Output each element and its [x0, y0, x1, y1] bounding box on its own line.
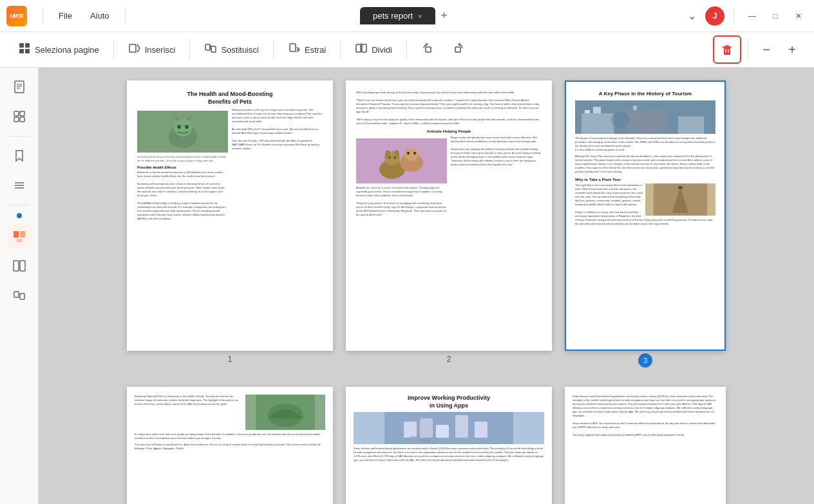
- page1-cat-image: [137, 111, 228, 153]
- trash-icon: [720, 42, 734, 57]
- toolbar-thumbnail-view[interactable]: Seleziona pagine: [10, 38, 107, 62]
- maximize-button[interactable]: □: [766, 7, 784, 25]
- minimize-button[interactable]: —: [743, 7, 761, 25]
- sidebar-layers-icon[interactable]: [6, 173, 32, 198]
- menu-file[interactable]: File: [52, 8, 79, 23]
- zoom-out-button[interactable]: −: [755, 38, 778, 61]
- page-2-container: NIH is funding large-scale surveys to fi…: [346, 80, 552, 364]
- page2-right-col: Berger works with people who have cancer…: [451, 136, 542, 217]
- sidebar-blue-dot: [17, 213, 22, 218]
- svg-rect-71: [455, 415, 468, 438]
- titlebar-right: ⌄ J — □ ✕: [684, 6, 808, 26]
- page-1[interactable]: The Health and Mood-BoostingBenefits of …: [127, 80, 333, 351]
- svg-point-74: [421, 438, 431, 443]
- page2-dog-image: [356, 138, 447, 183]
- page2-left-text: Animals can serve as a source of comfort…: [356, 186, 447, 217]
- svg-marker-42: [174, 115, 179, 120]
- toolbar-sep-5: [406, 39, 407, 60]
- page-3[interactable]: A Key Phase in the History of Tourism: [565, 80, 726, 351]
- page2-num-container: 2: [346, 355, 552, 364]
- content-area: The Health and Mood-BoostingBenefits of …: [39, 68, 814, 504]
- sidebar-document-icon[interactable]: [6, 74, 32, 100]
- svg-rect-26: [14, 117, 19, 122]
- extract-icon: [288, 42, 301, 58]
- toolbar-replace[interactable]: Sostituisci: [196, 38, 267, 62]
- page2-subtitle: Animals Helping People: [356, 129, 542, 133]
- svg-rect-14: [426, 47, 431, 52]
- close-button[interactable]: ✕: [790, 7, 808, 25]
- page1-caption: Scientists are looking at what the poten…: [137, 155, 228, 162]
- page3-body: The royal land is the most sought after …: [575, 183, 715, 226]
- svg-rect-16: [724, 48, 730, 55]
- extract-label: Estrai: [305, 45, 326, 55]
- page-6-container: Smart devices and Internet-based applica…: [565, 387, 726, 504]
- page1-title: The Health and Mood-BoostingBenefits of …: [137, 91, 323, 106]
- svg-rect-31: [14, 231, 19, 238]
- page1-health-text: Research on human-animal interactions is…: [137, 171, 228, 221]
- toolbar-split[interactable]: Dividi: [347, 38, 400, 62]
- svg-rect-58: [627, 110, 665, 134]
- insert-icon: [128, 42, 141, 58]
- page-1-container: The Health and Mood-BoostingBenefits of …: [127, 80, 333, 364]
- page-2[interactable]: NIH is funding large-scale surveys to fi…: [346, 80, 552, 351]
- page1-right-col: Nothing compares to the joy of coming ho…: [232, 108, 323, 220]
- split-icon: [355, 42, 368, 58]
- rotate-right-icon: [452, 42, 465, 58]
- page-6[interactable]: Smart devices and Internet-based applica…: [565, 387, 726, 504]
- sidebar-bookmark-icon[interactable]: [6, 143, 32, 169]
- titlebar: UPDF File Aiuto pets report × + ⌄ J — □ …: [0, 0, 814, 32]
- page1-right-text: Nothing compares to the joy of coming ho…: [232, 108, 323, 151]
- page6-bottom-text: Since variation in APP use existed acros…: [573, 422, 718, 437]
- page2-body: Animals can serve as a source of comfort…: [356, 136, 542, 217]
- page3-subtitle: Why to Take a Plant Tour: [575, 178, 715, 182]
- toolbar-sep-2: [189, 39, 190, 60]
- page2-right-text: Berger works with people who have cancer…: [451, 136, 542, 167]
- toolbar-rotate-right[interactable]: [444, 38, 473, 62]
- avatar[interactable]: J: [705, 6, 724, 26]
- toolbar: Seleziona pagine Inserisci Sostituisci E…: [0, 32, 814, 68]
- svg-rect-56: [585, 110, 590, 113]
- toolbar-insert[interactable]: Inserisci: [120, 38, 184, 62]
- svg-rect-60: [678, 117, 704, 134]
- tab-pets-report[interactable]: pets report ×: [360, 7, 435, 24]
- toolbar-rotate-left[interactable]: [413, 38, 442, 62]
- sidebar-thumbnail-icon[interactable]: [6, 104, 32, 129]
- svg-rect-27: [20, 117, 24, 122]
- page3-building-image: [575, 100, 715, 134]
- svg-rect-36: [14, 292, 19, 297]
- zoom-in-button[interactable]: +: [781, 38, 804, 61]
- svg-rect-9: [290, 44, 296, 51]
- tab-title: pets report: [373, 11, 413, 21]
- sidebar-combine-icon[interactable]: [6, 283, 32, 308]
- svg-rect-70: [436, 425, 449, 438]
- pages-row-2: Kaziranga National Park is a showcase to…: [127, 387, 726, 504]
- svg-rect-4: [129, 44, 136, 52]
- separator-1: [43, 8, 43, 24]
- dropdown-chevron[interactable]: ⌄: [684, 7, 700, 24]
- page1-body: Scientists are looking at what the poten…: [137, 108, 323, 220]
- page3-middle-text: Although the Grand Tour has been examine…: [575, 154, 715, 174]
- svg-rect-55: [582, 113, 614, 134]
- pages-row-1: The Health and Mood-BoostingBenefits of …: [127, 80, 726, 368]
- page5-apps-image: [354, 412, 544, 444]
- page-4[interactable]: Kaziranga National Park is a showcase to…: [127, 387, 333, 504]
- page1-num: 1: [127, 355, 333, 364]
- svg-rect-35: [20, 261, 25, 271]
- tab-close-icon[interactable]: ×: [418, 12, 422, 20]
- tab-add-button[interactable]: +: [435, 7, 453, 25]
- svg-marker-43: [187, 115, 192, 120]
- svg-rect-3: [25, 49, 30, 53]
- sidebar-organize-icon[interactable]: [6, 223, 32, 249]
- thumbnail-view-icon: [18, 42, 31, 58]
- svg-point-61: [610, 112, 630, 127]
- menu-help[interactable]: Aiuto: [84, 8, 116, 23]
- svg-rect-64: [678, 186, 683, 189]
- svg-rect-1: [25, 43, 30, 48]
- delete-button[interactable]: [713, 35, 741, 64]
- toolbar-sep-3: [273, 39, 274, 60]
- svg-line-5: [137, 44, 140, 48]
- sidebar-compare-icon[interactable]: [6, 253, 32, 279]
- page3-title: A Key Phase in the History of Tourism: [575, 91, 715, 97]
- page-5[interactable]: Improve Working Productivityin Using App…: [346, 387, 552, 504]
- toolbar-extract[interactable]: Estrai: [280, 38, 334, 62]
